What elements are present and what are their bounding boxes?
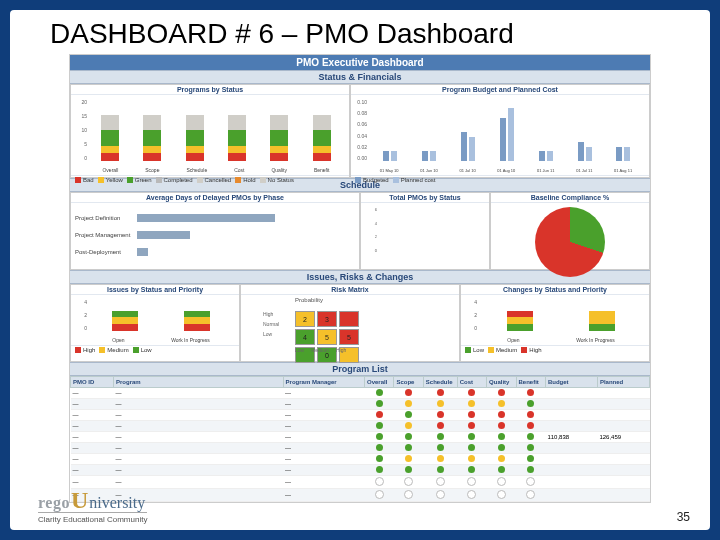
panel-risk-matrix: Risk Matrix Probability High Normal Low … (240, 284, 460, 362)
status-dot-icon (468, 400, 475, 407)
table-header-row: PMO IDProgramProgram ManagerOverallScope… (71, 377, 650, 388)
status-dot-icon (527, 433, 534, 440)
panel-title: Programs by Status (71, 85, 349, 95)
status-dot-icon (405, 411, 412, 418)
status-dot-icon (498, 433, 505, 440)
status-dot-icon (468, 411, 475, 418)
bar (112, 311, 138, 331)
status-dot-icon (468, 466, 475, 473)
col-header[interactable]: Quality (487, 377, 516, 388)
phase-labels: Project Definition Project Management Po… (75, 209, 135, 261)
col-header[interactable]: Schedule (423, 377, 457, 388)
status-dot-icon (468, 422, 475, 429)
status-dot-icon (527, 466, 534, 473)
slide-footer: rego U niversity Clarity Educational Com… (38, 487, 690, 524)
col-header[interactable]: Program (113, 377, 283, 388)
status-dot-icon (375, 477, 384, 486)
status-legend: BadYellowGreenCompletedCancelledHoldNo S… (71, 175, 349, 184)
status-dot-icon (498, 422, 505, 429)
col-header[interactable]: Scope (394, 377, 423, 388)
hbar (137, 214, 275, 222)
table-row[interactable]: ——— (71, 465, 650, 476)
panel-changes: Changes by Status and Priority 4 2 0 Ope… (460, 284, 650, 362)
hbar (137, 248, 148, 256)
status-dot-icon (437, 466, 444, 473)
section-status-financials: Status & Financials (70, 70, 650, 84)
status-dot-icon (527, 422, 534, 429)
changes-chart: 4 2 0 Open Work In Progress (461, 295, 649, 345)
bar (184, 311, 210, 331)
budget-y-axis: 0.10 0.08 0.06 0.04 0.02 0.00 (353, 99, 367, 161)
table-row[interactable]: ——— (71, 410, 650, 421)
status-dot-icon (405, 400, 412, 407)
slide-title: DASHBOARD # 6 – PMO Dashboard (50, 18, 710, 50)
status-dot-icon (405, 455, 412, 462)
budget-x-axis: 01 May 1001 Jun 1001 Jul 1001 Aug 1001 J… (369, 168, 643, 173)
status-dot-icon (527, 444, 534, 451)
bar-cost (228, 115, 246, 161)
bar-scope (143, 115, 161, 161)
status-dot-icon (527, 389, 534, 396)
changes-legend: LowMediumHigh (461, 345, 649, 354)
status-chart: 20 15 10 5 0 OverallScopeScheduleCostQua… (71, 95, 349, 175)
panel-title: Program Budget and Planned Cost (351, 85, 649, 95)
logo-tagline: Clarity Educational Community (38, 512, 147, 524)
status-dot-icon (498, 389, 505, 396)
status-dot-icon (467, 477, 476, 486)
budget-chart: 0.10 0.08 0.06 0.04 0.02 0.00 01 May 100… (351, 95, 649, 175)
table-row[interactable]: ——— (71, 443, 650, 454)
bar-benefit (313, 115, 331, 161)
status-dot-icon (405, 433, 412, 440)
panel-issues: Issues by Status and Priority 4 2 0 Open… (70, 284, 240, 362)
status-dot-icon (376, 455, 383, 462)
pie-chart (535, 207, 605, 277)
status-dot-icon (437, 411, 444, 418)
col-header[interactable]: Program Manager (283, 377, 364, 388)
status-dot-icon (376, 389, 383, 396)
risk-cell: 3 (317, 311, 337, 327)
panel-total-pmos: Total PMOs by Status 6420 (360, 192, 490, 270)
risk-cell: 4 (295, 329, 315, 345)
bar-group (578, 142, 592, 161)
risk-chart: Probability High Normal Low 234550 Low M… (241, 295, 459, 359)
panel-title: Risk Matrix (241, 285, 459, 295)
status-dot-icon (468, 433, 475, 440)
table-row[interactable]: ——— (71, 454, 650, 465)
hbar (137, 231, 190, 239)
bar-group (383, 151, 397, 161)
status-dot-icon (437, 422, 444, 429)
col-header[interactable]: Planned (597, 377, 649, 388)
table-row[interactable]: ——— (71, 421, 650, 432)
risk-cell (339, 311, 359, 327)
status-dot-icon (526, 477, 535, 486)
status-dot-icon (405, 444, 412, 451)
status-dot-icon (376, 411, 383, 418)
table-row[interactable]: ——— (71, 399, 650, 410)
risk-cell: 2 (295, 311, 315, 327)
risk-cell: 5 (339, 329, 359, 345)
status-dot-icon (497, 477, 506, 486)
col-header[interactable]: Budget (545, 377, 597, 388)
status-x-axis: OverallScopeScheduleCostQualityBenefit (89, 167, 343, 173)
panel-title: Baseline Compliance % (491, 193, 649, 203)
status-dot-icon (437, 444, 444, 451)
status-dot-icon (468, 389, 475, 396)
page-number: 35 (677, 510, 690, 524)
budget-legend: BudgetedPlanned cost (351, 175, 649, 184)
panel-budget-cost: Program Budget and Planned Cost 0.10 0.0… (350, 84, 650, 178)
section-program-list: Program List (70, 362, 650, 376)
col-header[interactable]: PMO ID (71, 377, 114, 388)
risk-cell: 5 (317, 329, 337, 345)
status-dot-icon (468, 455, 475, 462)
table-row[interactable]: ——— (71, 388, 650, 399)
bar-group (461, 132, 475, 161)
col-header[interactable]: Benefit (516, 377, 545, 388)
panel-programs-by-status: Programs by Status 20 15 10 5 0 OverallS… (70, 84, 350, 178)
table-row[interactable]: ———110,838126,459 (71, 432, 650, 443)
rego-university-logo: rego U niversity (38, 487, 147, 514)
bar-group (616, 147, 630, 162)
status-dot-icon (437, 400, 444, 407)
col-header[interactable]: Cost (457, 377, 486, 388)
status-dot-icon (437, 389, 444, 396)
col-header[interactable]: Overall (365, 377, 394, 388)
